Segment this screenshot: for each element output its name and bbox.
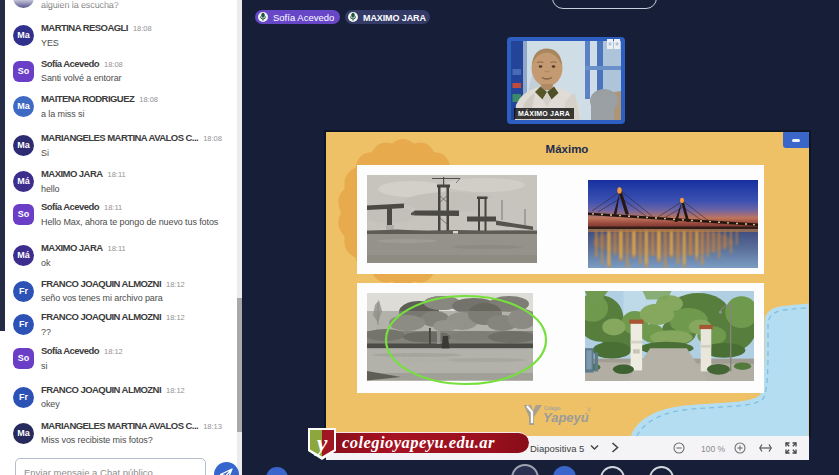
svg-text:y: y — [314, 430, 328, 456]
svg-text:®: ® — [587, 407, 591, 413]
svg-text:Yapeyú: Yapeyú — [543, 410, 589, 425]
